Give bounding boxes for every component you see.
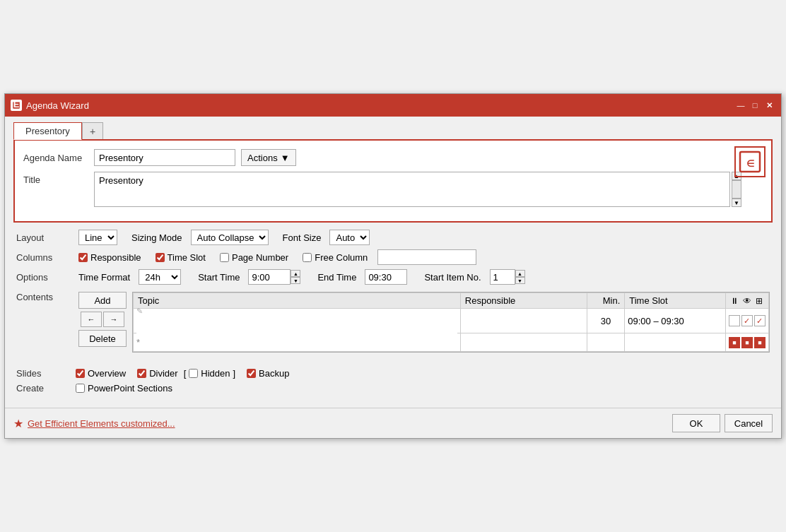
layout-label: Layout xyxy=(16,232,73,243)
title-scroll-down[interactable]: ▼ xyxy=(732,199,741,207)
timeformat-dropdown[interactable]: 24h xyxy=(139,269,181,285)
agenda-name-input[interactable] xyxy=(94,149,235,166)
sizing-mode-label: Sizing Mode xyxy=(131,232,182,243)
font-size-dropdown[interactable]: Auto xyxy=(329,230,370,245)
starttime-down[interactable]: ▼ xyxy=(291,277,300,284)
columns-row: Columns Responsible Time Slot Page Numbe… xyxy=(16,249,770,265)
hidden-checkbox[interactable] xyxy=(189,369,198,378)
ppt-sections-label[interactable]: PowerPoint Sections xyxy=(76,383,172,394)
layout-dropdown[interactable]: Line xyxy=(78,230,117,245)
agenda-name-row: Agenda Name Actions ▼ xyxy=(23,149,763,166)
app-icon: E xyxy=(11,100,22,111)
footer-link-text[interactable]: Get Efficient Elements customized... xyxy=(28,418,175,429)
actions-button[interactable]: Actions ▼ xyxy=(241,149,296,166)
td-topic-1: ✎ xyxy=(134,309,461,333)
hidden-label[interactable]: Hidden xyxy=(189,368,230,379)
starttime-spinners: ▲ ▼ xyxy=(291,270,300,284)
settings-section: Layout Line Sizing Mode Auto Collapse Fo… xyxy=(13,223,773,364)
title-textarea[interactable] xyxy=(94,172,730,207)
topic-input-1[interactable] xyxy=(136,316,457,337)
close-button[interactable]: ✕ xyxy=(763,99,775,112)
td-timeslot-new xyxy=(625,333,726,352)
font-size-label: Font Size xyxy=(283,232,322,243)
options-label: Options xyxy=(16,272,73,283)
tabs-bar: Presentory + xyxy=(13,122,773,140)
create-row: Create PowerPoint Sections xyxy=(16,383,770,394)
minimize-button[interactable]: — xyxy=(734,99,747,112)
starttime-input[interactable] xyxy=(248,269,291,285)
freecolumn-checkbox-label[interactable]: Free Column xyxy=(303,252,368,263)
timeslot-checkbox-label[interactable]: Time Slot xyxy=(156,252,206,263)
delete-button[interactable]: Delete xyxy=(78,330,127,347)
columns-label: Columns xyxy=(16,252,73,263)
starttime-group: ▲ ▼ xyxy=(248,269,300,285)
right-arrow-button[interactable]: → xyxy=(103,312,124,327)
starttime-up[interactable]: ▲ xyxy=(291,270,300,277)
left-arrow-button[interactable]: ← xyxy=(81,312,102,327)
window-controls: — □ ✕ xyxy=(734,99,775,112)
backup-checkbox[interactable] xyxy=(247,369,256,378)
red-icon-3[interactable]: ■ xyxy=(754,337,766,348)
create-label: Create xyxy=(16,383,73,394)
agenda-logo: ∈ xyxy=(734,146,766,177)
table-header-icon: ⊞ xyxy=(756,296,763,306)
th-min: Min. xyxy=(587,293,625,309)
divider-label[interactable]: Divider xyxy=(137,368,177,379)
startitem-down[interactable]: ▼ xyxy=(515,277,525,284)
hidden-suffix: ] xyxy=(233,368,235,379)
footer-link[interactable]: ★ Get Efficient Elements customized... xyxy=(13,417,175,430)
timeformat-group: 24h xyxy=(139,269,181,285)
divider-checkbox[interactable] xyxy=(137,369,146,378)
cancel-button[interactable]: Cancel xyxy=(725,414,773,432)
red-icon-2[interactable]: ■ xyxy=(741,337,753,348)
startitem-label: Start Item No. xyxy=(424,272,481,283)
overview-label[interactable]: Overview xyxy=(76,368,126,379)
agenda-section: ∈ Agenda Name Actions ▼ Title ▲ xyxy=(13,139,773,223)
pagenumber-checkbox[interactable] xyxy=(220,253,229,262)
freecolumn-checkbox[interactable] xyxy=(303,253,312,262)
agenda-wizard-window: E Agenda Wizard — □ ✕ Presentory + ∈ xyxy=(4,93,782,439)
layout-row: Layout Line Sizing Mode Auto Collapse Fo… xyxy=(16,230,770,245)
svg-text:∈: ∈ xyxy=(746,158,754,169)
td-min-1: 30 xyxy=(587,309,625,333)
th-timeslot: Time Slot xyxy=(625,293,726,309)
slides-label: Slides xyxy=(16,368,73,379)
overview-checkbox[interactable] xyxy=(76,369,85,378)
contents-section: Add ← → Delete Topic xyxy=(78,292,770,353)
timeslot-checkbox[interactable] xyxy=(156,253,165,262)
ok-button[interactable]: OK xyxy=(672,414,720,432)
endtime-input[interactable] xyxy=(365,269,407,285)
check-icon-2[interactable]: ✓ xyxy=(754,315,766,326)
check-icon-1[interactable]: ✓ xyxy=(741,315,753,326)
responsible-checkbox[interactable] xyxy=(78,253,88,262)
add-button[interactable]: Add xyxy=(78,292,127,309)
contents-buttons: Add ← → Delete xyxy=(78,292,127,353)
pause-icon-1[interactable] xyxy=(729,315,740,326)
backup-label[interactable]: Backup xyxy=(247,368,289,379)
th-actions: ⏸ 👁 ⊞ xyxy=(725,293,768,309)
endtime-label: End Time xyxy=(317,272,356,283)
red-icon-1[interactable]: ■ xyxy=(729,337,740,348)
pagenumber-checkbox-label[interactable]: Page Number xyxy=(220,252,288,263)
pause-header-icon: ⏸ xyxy=(730,296,739,306)
tab-add-button[interactable]: + xyxy=(82,122,103,140)
window-title: Agenda Wizard xyxy=(26,100,89,111)
td-responsible-new xyxy=(460,333,587,352)
svg-text:E: E xyxy=(13,101,20,110)
title-row: Title ▲ ▼ xyxy=(23,172,763,207)
main-content: Presentory + ∈ Agenda Name Actions ▼ xyxy=(5,117,781,408)
timeformat-label: Time Format xyxy=(78,272,130,283)
restore-button[interactable]: □ xyxy=(749,99,761,112)
agenda-name-label: Agenda Name xyxy=(23,153,94,163)
responsible-checkbox-label[interactable]: Responsible xyxy=(78,252,141,263)
freecolumn-input[interactable] xyxy=(377,249,476,265)
contents-row: Contents Add ← → Delete xyxy=(16,289,770,353)
footer-star-icon: ★ xyxy=(13,417,23,430)
td-responsible-1[interactable] xyxy=(460,309,587,333)
ppt-sections-checkbox[interactable] xyxy=(76,384,85,393)
sizing-mode-dropdown[interactable]: Auto Collapse xyxy=(191,230,269,245)
bottom-section: Slides Overview Divider [ Hidden ] xyxy=(13,364,773,402)
startitem-input[interactable] xyxy=(490,269,515,285)
tab-presentory[interactable]: Presentory xyxy=(13,122,82,140)
startitem-up[interactable]: ▲ xyxy=(515,270,525,277)
